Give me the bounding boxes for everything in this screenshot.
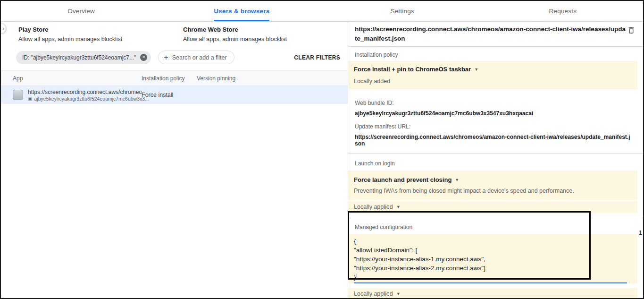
detail-title: https://screenrecording.connect.aws/chro… [355, 25, 626, 43]
tab-settings[interactable]: Settings [322, 1, 483, 21]
play-store-subtitle: Allow all apps, admin manages blocklist [18, 36, 183, 43]
add-filter-label: Search or add a filter [172, 54, 227, 61]
divider [348, 218, 643, 218]
tab-overview-label: Overview [67, 1, 95, 21]
chrome-web-store-subtitle: Allow all apps, admin manages blocklist [183, 36, 348, 43]
play-store-title: Play Store [18, 26, 183, 33]
chevron-down-icon: ▼ [474, 67, 478, 72]
update-manifest-url-field: Update manifest URL: https://screenrecor… [355, 123, 636, 147]
web-bundle-id-field: Web bundle ID: ajbye5keylrcyakugr3zttu6f… [355, 100, 636, 117]
chrome-web-store-title: Chrome Web Store [183, 26, 348, 33]
config-line: "https://your-instance-alias-1.my.connec… [354, 255, 627, 264]
tab-settings-label: Settings [390, 1, 414, 21]
app-icon [13, 90, 23, 100]
app-installation-policy: Force install [142, 92, 197, 98]
store-policy-summary: Play Store Allow all apps, admin manages… [1, 22, 348, 43]
launch-on-login-value: Force launch and prevent closing [354, 176, 452, 183]
divider [348, 153, 643, 154]
chrome-web-store-policy: Chrome Web Store Allow all apps, admin m… [183, 26, 348, 43]
plus-icon: + [164, 54, 168, 61]
managed-configuration-block: { "allowListedDomain": [ "https://your-i… [348, 234, 637, 283]
launch-on-login-status-text: Locally applied [354, 204, 393, 210]
side-marker: 1 [639, 229, 642, 236]
web-app-icon: ▣ [28, 96, 32, 101]
filter-chip-id[interactable]: ID: "ajbye5keylrcyakugr3zttu6f524eoamjc7… [16, 51, 151, 64]
tab-requests-label: Requests [549, 1, 577, 21]
update-manifest-url-label: Update manifest URL: [355, 123, 636, 130]
delete-app-button[interactable] [627, 25, 636, 36]
chevron-down-icon: ▼ [396, 205, 401, 209]
detail-header: https://screenrecording.connect.aws/chro… [348, 22, 643, 47]
column-header-app: App [1, 75, 142, 82]
installation-policy-status: Locally added [354, 78, 632, 85]
update-manifest-url-value: https://screenrecording.connect.aws/chro… [355, 134, 636, 147]
launch-on-login-block: Force launch and prevent closing ▼ Preve… [348, 171, 637, 213]
installation-policy-block: Force install + pin to ChromeOS taskbar … [348, 61, 637, 89]
tab-requests[interactable]: Requests [483, 1, 643, 21]
config-line: { [354, 237, 627, 246]
managed-configuration-status[interactable]: Locally applied ▼ [348, 288, 637, 299]
launch-on-login-warning: Preventing IWAs from being closed might … [354, 188, 632, 194]
tab-users-browsers-label: Users & browsers [214, 1, 269, 21]
installation-policy-status-text: Locally added [354, 78, 390, 85]
chrome-apps-extensions-page: Overview Users & browsers Settings Reque… [0, 0, 644, 299]
tab-users-browsers[interactable]: Users & browsers [161, 1, 322, 21]
installation-policy-dropdown[interactable]: Force install + pin to ChromeOS taskbar … [354, 66, 632, 73]
app-bundle-id-row: ▣ ajbye5keylrcyakugr3zttu6f524eoamjc7mc6… [28, 96, 142, 102]
play-store-policy: Play Store Allow all apps, admin manages… [18, 26, 183, 43]
app-identity: https://screenrecording.connect.aws/chro… [28, 89, 142, 102]
launch-on-login-top: Force launch and prevent closing ▼ Preve… [348, 171, 637, 200]
launch-on-login-status[interactable]: Locally applied ▼ [348, 200, 637, 213]
apps-list-pane: Play Store Allow all apps, admin manages… [1, 22, 348, 298]
config-line: "allowListedDomain": [ [354, 246, 627, 255]
app-detail-pane: https://screenrecording.connect.aws/chro… [348, 22, 643, 298]
web-bundle-id-value: ajbye5keylrcyakugr3zttu6f524eoamjc7mc6ub… [355, 110, 636, 117]
app-bundle-id: ajbye5keylrcyakugr3zttu6f524eoamjc7mc6ub… [34, 96, 149, 102]
web-bundle-id-label: Web bundle ID: [355, 100, 636, 106]
config-line: "https://your-instance-alias-2.my.connec… [354, 264, 627, 273]
launch-on-login-section-label: Launch on login [355, 160, 636, 167]
app-url: https://screenrecording.connect.aws/chro… [28, 89, 142, 95]
config-line-last: } [354, 273, 627, 282]
clear-filters-button[interactable]: CLEAR FILTERS [294, 54, 340, 61]
filter-bar: ID: "ajbye5keylrcyakugr3zttu6f524eoamjc7… [13, 51, 340, 64]
chevron-down-icon: ▼ [396, 291, 401, 296]
filter-chip-label: ID: "ajbye5keylrcyakugr3zttu6f524eoamjc7… [22, 54, 136, 61]
launch-on-login-dropdown[interactable]: Force launch and prevent closing ▼ [354, 176, 632, 183]
tab-overview[interactable]: Overview [1, 1, 161, 21]
app-cell: https://screenrecording.connect.aws/chro… [1, 89, 142, 102]
tab-bar: Overview Users & browsers Settings Reque… [1, 1, 643, 22]
trash-icon [627, 26, 636, 34]
app-table-row[interactable]: https://screenrecording.connect.aws/chro… [1, 86, 348, 104]
chevron-down-icon: ▼ [455, 178, 459, 182]
installation-policy-value: Force install + pin to ChromeOS taskbar [354, 66, 471, 73]
column-header-version-pinning: Version pinning [197, 75, 348, 82]
managed-configuration-editor[interactable]: { "allowListedDomain": [ "https://your-i… [354, 237, 627, 283]
installation-policy-section-label: Installation policy [355, 51, 636, 58]
apps-table-header: App Installation policy Version pinning [1, 70, 348, 86]
add-filter-button[interactable]: + Search or add a filter [158, 51, 234, 64]
managed-configuration-section-label: Managed configuration [355, 224, 636, 231]
text-cursor [357, 273, 358, 280]
remove-filter-icon[interactable]: ✕ [140, 54, 147, 61]
config-line-text: } [354, 273, 356, 281]
managed-configuration-status-text: Locally applied [354, 290, 393, 297]
column-header-installation-policy: Installation policy [142, 75, 197, 82]
